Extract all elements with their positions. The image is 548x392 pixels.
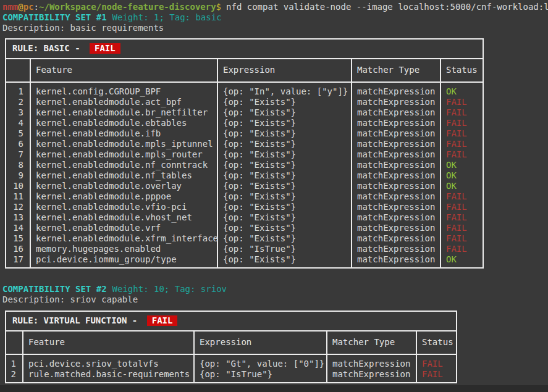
table-cell-status: FAIL: [441, 139, 483, 149]
table-cell-num: 12: [6, 202, 30, 212]
set2-header: COMPATIBILITY SET #2Weight: 10; Tag: sri…: [2, 284, 548, 294]
rule-header-basic: RULE: BASIC - FAIL: [6, 40, 483, 59]
table-cell-expression: {op: "Exists"}: [218, 170, 351, 181]
rule-table-basic: RULE: BASIC - FAIL Feature Expression Ma…: [5, 38, 484, 269]
rule-label: RULE: BASIC -: [12, 43, 85, 53]
table-column-expression: {op: "Gt", value: ["0"]}{op: "IsTrue"}: [195, 355, 327, 382]
column-header-expression: Expression: [195, 332, 327, 354]
table-cell-num: 15: [6, 233, 30, 244]
table-cell-num: 2: [6, 369, 22, 380]
table-cell-status: OK: [441, 86, 483, 97]
table-cell-expression: {op: "Exists"}: [218, 212, 351, 223]
table-cell-expression: {op: "Exists"}: [218, 254, 351, 265]
column-header-index: [6, 59, 31, 81]
table-cell-matcher: matchExpression: [352, 107, 440, 118]
prompt-colon: :: [34, 2, 39, 12]
table-cell-feature: memory.hugepages.enabled: [31, 244, 217, 254]
table-cell-status: FAIL: [441, 128, 483, 139]
table-cell-status: FAIL: [441, 118, 483, 128]
table-cell-expression: {op: "Exists"}: [218, 118, 351, 128]
set2-title: COMPATIBILITY SET #2: [2, 284, 107, 294]
table-column-matcher: matchExpressionmatchExpressionmatchExpre…: [352, 83, 441, 267]
table-cell-status: FAIL: [441, 149, 483, 160]
table-cell-expression: {op: "Exists"}: [218, 160, 351, 170]
table-cell-feature: kernel.enabledmodule.vfio-pci: [31, 202, 217, 212]
table-cell-num: 9: [6, 170, 30, 181]
set1-meta: Weight: 1; Tag: basic: [112, 12, 222, 22]
column-header-feature: Feature: [23, 332, 195, 354]
table-cell-status: FAIL: [441, 202, 483, 212]
table-body: 12pci.device.sriov_totalvfsrule.matched.…: [6, 355, 456, 382]
table-cell-expression: {op: "In", value: ["y"]}: [218, 86, 351, 97]
table-cell-matcher: matchExpression: [352, 223, 440, 233]
table-cell-matcher: matchExpression: [352, 254, 440, 265]
rule-status-badge: FAIL: [147, 315, 178, 326]
table-cell-matcher: matchExpression: [352, 118, 440, 128]
table-cell-status: FAIL: [441, 97, 483, 107]
set1-description: Description: basic requirements: [2, 23, 548, 33]
table-cell-expression: {op: "Exists"}: [218, 191, 351, 202]
table-cell-matcher: matchExpression: [352, 202, 440, 212]
column-header-matcher-type: Matcher Type: [352, 59, 441, 81]
table-cell-expression: {op: "IsTrue"}: [195, 369, 326, 380]
table-cell-feature: kernel.enabledmodule.xfrm_interface: [31, 233, 217, 244]
table-cell-expression: {op: "Exists"}: [218, 149, 351, 160]
set2-description: Description: sriov capable: [2, 294, 548, 305]
table-cell-num: 7: [6, 149, 30, 160]
column-header-status: Status: [441, 59, 483, 81]
table-header-row: Feature Expression Matcher Type Status: [6, 59, 483, 83]
table-cell-num: 1: [6, 359, 22, 369]
table-cell-status: FAIL: [417, 369, 456, 380]
table-cell-num: 14: [6, 223, 30, 233]
table-cell-feature: pci.device.sriov_totalvfs: [23, 359, 193, 369]
table-cell-status: OK: [441, 160, 483, 170]
table-cell-matcher: matchExpression: [352, 139, 440, 149]
table-cell-expression: {op: "IsTrue"}: [218, 244, 351, 254]
table-cell-status: FAIL: [441, 244, 483, 254]
table-cell-status: OK: [441, 181, 483, 191]
column-header-status: Status: [417, 332, 456, 354]
table-cell-feature: kernel.enabledmodule.ifb: [31, 128, 217, 139]
prompt-dollar-symbol: $: [216, 2, 221, 12]
table-cell-feature: pci.device.iommu_group/type: [31, 254, 217, 265]
table-cell-expression: {op: "Exists"}: [218, 139, 351, 149]
table-cell-feature: kernel.config.CGROUP_BPF: [31, 86, 217, 97]
table-column-num: 1234567891011121314151617: [6, 83, 31, 267]
terminal[interactable]: nmm@pc:~/Workspace/node-feature-discover…: [0, 0, 548, 383]
table-cell-num: 13: [6, 212, 30, 223]
table-cell-status: OK: [441, 170, 483, 181]
column-header-matcher-type: Matcher Type: [327, 332, 417, 354]
rule-table-virtual-function: RULE: VIRTUAL FUNCTION - FAIL Feature Ex…: [5, 311, 457, 383]
table-cell-feature: kernel.enabledmodule.vrf: [31, 223, 217, 233]
rule-label: RULE: VIRTUAL FUNCTION -: [12, 315, 143, 325]
table-cell-expression: {op: "Exists"}: [218, 181, 351, 191]
set1-title: COMPATIBILITY SET #1: [2, 12, 107, 22]
table-cell-expression: {op: "Exists"}: [218, 233, 351, 244]
table-column-matcher: matchExpressionmatchExpression: [327, 355, 417, 382]
table-cell-expression: {op: "Exists"}: [218, 223, 351, 233]
prompt-user: nmm: [2, 2, 18, 12]
table-column-status: OKFAILFAILFAILFAILFAILFAILOKOKOKFAILFAIL…: [441, 83, 483, 267]
command-text: nfd compat validate-node --image localho…: [226, 2, 548, 12]
table-cell-matcher: matchExpression: [352, 191, 440, 202]
table-cell-matcher: matchExpression: [352, 212, 440, 223]
table-header-row: Feature Expression Matcher Type Status: [6, 332, 456, 355]
table-cell-status: FAIL: [441, 107, 483, 118]
rule-status-badge: FAIL: [90, 43, 120, 54]
table-cell-feature: kernel.enabledmodule.vhost_net: [31, 212, 217, 223]
table-cell-num: 4: [6, 118, 30, 128]
table-cell-feature: rule.matched.basic-requirements: [23, 369, 193, 380]
prompt-line: nmm@pc:~/Workspace/node-feature-discover…: [2, 2, 548, 12]
table-cell-expression: {op: "Exists"}: [218, 128, 351, 139]
table-cell-matcher: matchExpression: [327, 369, 416, 380]
prompt-host: pc: [23, 2, 34, 12]
table-cell-status: FAIL: [441, 191, 483, 202]
table-cell-expression: {op: "Exists"}: [218, 97, 351, 107]
table-cell-matcher: matchExpression: [352, 170, 440, 181]
table-column-feature: pci.device.sriov_totalvfsrule.matched.ba…: [23, 355, 195, 382]
table-cell-matcher: matchExpression: [352, 97, 440, 107]
table-cell-status: FAIL: [441, 212, 483, 223]
table-cell-num: 17: [6, 254, 30, 265]
table-cell-status: FAIL: [417, 359, 456, 369]
column-header-feature: Feature: [31, 59, 218, 81]
